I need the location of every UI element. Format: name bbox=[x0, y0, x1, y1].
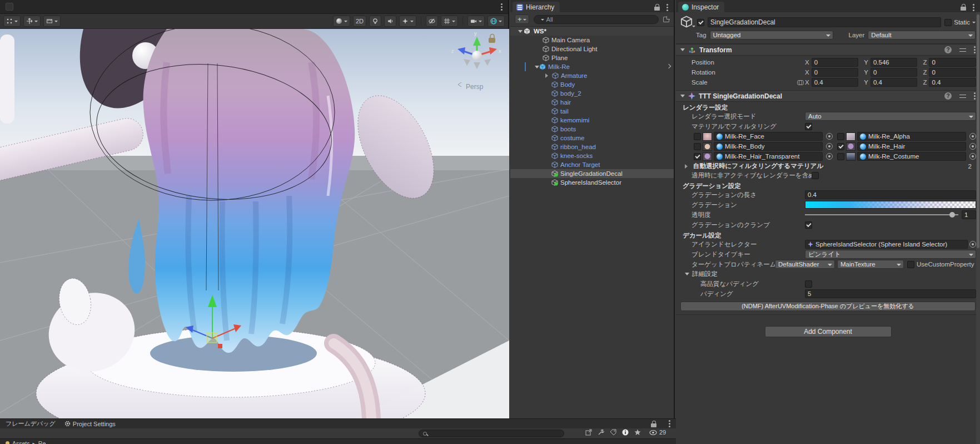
material-field[interactable]: Milk-Re_Hair_Transparent bbox=[714, 152, 823, 161]
gradient-editor-field[interactable] bbox=[805, 201, 976, 209]
tool-handle-button[interactable] bbox=[3, 16, 21, 27]
hierarchy-item-sphere-island-selector[interactable]: SphereIslandSelector bbox=[510, 178, 674, 187]
lock-icon[interactable] bbox=[654, 7, 660, 11]
position-y-field[interactable]: 0.546 bbox=[870, 58, 918, 67]
rotation-z-field[interactable]: 0 bbox=[929, 68, 976, 77]
clamp-checkbox[interactable] bbox=[805, 221, 812, 229]
foldout-open-icon[interactable] bbox=[680, 95, 685, 100]
lock-icon[interactable] bbox=[651, 423, 656, 427]
scale-y-field[interactable]: 0.4 bbox=[870, 78, 918, 87]
opacity-slider[interactable] bbox=[805, 210, 958, 219]
hierarchy-item-directional-light[interactable]: Directional Light bbox=[510, 45, 674, 53]
use-custom-property-checkbox[interactable] bbox=[907, 261, 914, 268]
tag-dropdown[interactable]: Untagged bbox=[710, 31, 833, 40]
opacity-value-field[interactable]: 1 bbox=[962, 210, 976, 219]
object-picker-icon[interactable] bbox=[826, 143, 833, 150]
lock-icon[interactable] bbox=[961, 7, 966, 11]
info-icon[interactable] bbox=[622, 429, 629, 436]
material-left-checkbox[interactable] bbox=[694, 143, 701, 150]
add-component-button[interactable]: Add Component bbox=[765, 326, 892, 337]
hierarchy-item-milk-re[interactable]: Milk-Re bbox=[510, 62, 674, 71]
gradation-length-field[interactable]: 0.4 bbox=[805, 190, 976, 199]
hierarchy-item-costume[interactable]: costume bbox=[510, 134, 674, 142]
persp-label[interactable]: Persp bbox=[466, 83, 484, 91]
material-left-checkbox[interactable] bbox=[694, 133, 701, 140]
scale-z-field[interactable]: 0.4 bbox=[929, 78, 976, 87]
foldout-open-icon[interactable] bbox=[685, 273, 689, 278]
padding-field[interactable]: 5 bbox=[805, 289, 976, 298]
material-left-checkbox[interactable] bbox=[694, 153, 701, 160]
hierarchy-item-scene-root[interactable]: WS* bbox=[510, 27, 674, 36]
hierarchy-item-armature[interactable]: Armature bbox=[510, 71, 674, 80]
frame-debug-tab[interactable]: フレームデバッグ bbox=[6, 420, 56, 428]
material-right-checkbox[interactable] bbox=[837, 133, 844, 140]
ndmf-disable-preview-button[interactable]: (NDMF) AfterUVModification-Phase のプレビューを… bbox=[680, 302, 976, 311]
hidden-object-count[interactable]: 29 bbox=[649, 429, 666, 436]
scale-x-field[interactable]: 0.4 bbox=[812, 78, 859, 87]
tool-snap-button[interactable] bbox=[43, 16, 61, 27]
material-field[interactable]: Milk-Re_Alpha bbox=[857, 132, 966, 141]
hierarchy-item-anchor-target[interactable]: Anchor Target bbox=[510, 160, 674, 169]
open-window-icon[interactable] bbox=[585, 429, 592, 436]
hierarchy-item-body-2[interactable]: body_2 bbox=[510, 89, 674, 98]
hierarchy-item-kemomimi[interactable]: kemomimi bbox=[510, 116, 674, 125]
hierarchy-item-single-gradation-decal[interactable]: SingleGradationDecal bbox=[510, 169, 674, 178]
object-picker-icon[interactable] bbox=[969, 241, 976, 248]
object-picker-icon[interactable] bbox=[969, 133, 976, 140]
material-field[interactable]: Milk-Re_Costume bbox=[857, 152, 966, 161]
foldout-open-icon[interactable] bbox=[518, 30, 523, 35]
island-selector-object-field[interactable]: SphereIslandSelector (Sphere Island Sele… bbox=[805, 240, 968, 249]
layer-dropdown[interactable]: Default bbox=[868, 31, 976, 40]
rotation-x-field[interactable]: 0 bbox=[812, 68, 859, 77]
gameobject-name-field[interactable]: SingleGradationDecal bbox=[708, 17, 941, 27]
hierarchy-item-knee-socks[interactable]: knee-socks bbox=[510, 151, 674, 160]
material-field[interactable]: Milk-Re_Hair bbox=[857, 142, 966, 151]
audio-toggle-button[interactable] bbox=[384, 16, 396, 27]
camera-settings-button[interactable] bbox=[467, 16, 485, 27]
position-x-field[interactable]: 0 bbox=[812, 58, 859, 67]
kebab-menu-icon[interactable] bbox=[666, 7, 668, 8]
slider-knob[interactable] bbox=[949, 212, 955, 218]
project-settings-tab[interactable]: Project Settings bbox=[64, 421, 116, 427]
breadcrumb-current[interactable]: Re bbox=[38, 440, 46, 444]
target-shader-dropdown[interactable]: DefaultShader bbox=[775, 260, 835, 269]
help-icon[interactable]: ? bbox=[944, 46, 952, 53]
foldout-closed-icon[interactable] bbox=[545, 73, 550, 78]
scrollbar-thumb[interactable] bbox=[977, 14, 979, 248]
project-search-input[interactable] bbox=[419, 430, 564, 437]
kebab-menu-icon[interactable] bbox=[974, 49, 976, 51]
hierarchy-item-ribbon-head[interactable]: ribbon_head bbox=[510, 142, 674, 151]
tab-hierarchy[interactable]: Hierarchy bbox=[513, 2, 560, 12]
2d-toggle-button[interactable]: 2D bbox=[353, 16, 366, 27]
transform-header[interactable]: Transform ? bbox=[676, 44, 980, 56]
presets-icon[interactable] bbox=[959, 93, 966, 99]
prefab-open-chevron-icon[interactable] bbox=[666, 64, 671, 68]
tool-pivot-button[interactable] bbox=[23, 16, 41, 27]
effects-dropdown-button[interactable] bbox=[399, 16, 416, 27]
lighting-toggle-button[interactable] bbox=[369, 16, 381, 27]
tab-inspector[interactable]: Inspector bbox=[678, 2, 724, 12]
kebab-menu-icon[interactable] bbox=[973, 7, 974, 8]
rotation-y-field[interactable]: 0 bbox=[870, 68, 918, 77]
hidden-objects-toggle-button[interactable] bbox=[426, 16, 438, 27]
material-right-checkbox[interactable] bbox=[837, 153, 844, 160]
renderer-mode-dropdown[interactable]: Auto bbox=[805, 112, 976, 121]
help-icon[interactable]: ? bbox=[944, 92, 952, 100]
build-icon[interactable] bbox=[598, 429, 604, 436]
scene-tab-nub[interactable] bbox=[6, 3, 13, 11]
foldout-closed-icon[interactable] bbox=[685, 164, 690, 169]
material-filter-checkbox[interactable] bbox=[805, 123, 812, 130]
presets-icon[interactable] bbox=[959, 47, 966, 53]
object-picker-icon[interactable] bbox=[969, 153, 976, 160]
hierarchy-search-input[interactable]: All bbox=[534, 15, 659, 24]
hierarchy-item-plane[interactable]: Plane bbox=[510, 53, 674, 62]
object-picker-icon[interactable] bbox=[969, 143, 976, 150]
material-right-checkbox[interactable] bbox=[837, 143, 844, 150]
object-picker-icon[interactable] bbox=[826, 133, 833, 140]
kebab-menu-icon[interactable] bbox=[974, 95, 976, 97]
hq-padding-checkbox[interactable] bbox=[805, 280, 812, 288]
position-z-field[interactable]: 0 bbox=[929, 58, 976, 67]
grid-dropdown-button[interactable] bbox=[441, 16, 458, 27]
gizmos-globe-button[interactable] bbox=[487, 16, 505, 27]
blend-type-dropdown[interactable]: ピンライト bbox=[805, 250, 976, 259]
